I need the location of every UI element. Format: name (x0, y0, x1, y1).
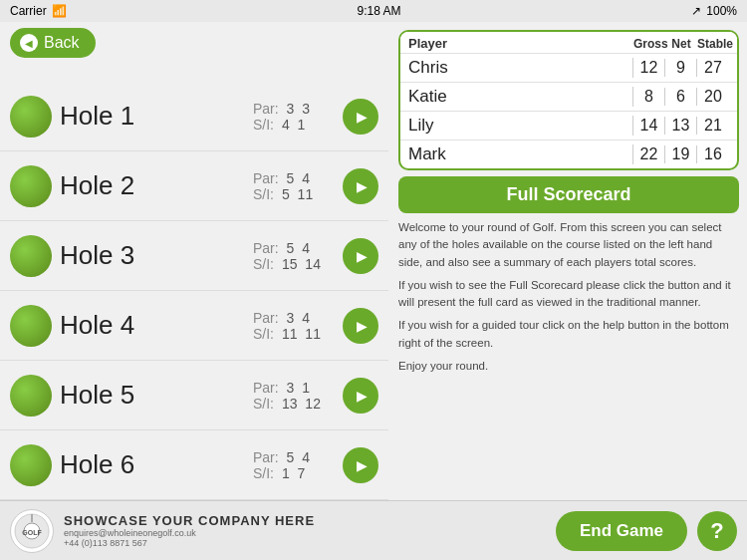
gross-score: 8 (633, 88, 665, 106)
par-label: Par: (253, 449, 279, 465)
par-val1: 5 (283, 449, 295, 465)
stable-score: 27 (697, 59, 729, 77)
si-val2: 11 (294, 186, 313, 202)
hole-ball (10, 444, 52, 486)
player-name: Katie (408, 87, 633, 107)
play-button[interactable] (343, 238, 378, 274)
net-score: 13 (665, 117, 697, 135)
par-row: Par: 3 4 (253, 310, 310, 326)
hole-name: Hole 1 (60, 101, 253, 132)
par-val2: 4 (298, 240, 310, 256)
par-val1: 5 (283, 240, 295, 256)
si-val2: 11 (301, 326, 320, 342)
si-label: S/I: (253, 117, 274, 133)
hole-name: Hole 2 (60, 170, 253, 201)
desc-para1: Welcome to your round of Golf. From this… (398, 219, 739, 271)
si-val1: 4 (278, 117, 290, 133)
hole-item: Hole 1 Par: 3 3 S/I: 4 1 (0, 82, 388, 151)
stable-score: 20 (697, 88, 729, 106)
si-val2: 12 (301, 396, 320, 412)
hole-name: Hole 5 (60, 380, 253, 411)
gross-score: 22 (633, 145, 665, 163)
par-val2: 4 (298, 449, 310, 465)
bottom-right-controls: End Game ? (556, 511, 737, 551)
stable-score: 21 (697, 117, 729, 135)
par-val2: 1 (298, 380, 310, 396)
par-val2: 4 (298, 310, 310, 326)
si-row: S/I: 5 11 (253, 186, 313, 202)
play-button[interactable] (343, 168, 378, 204)
si-label: S/I: (253, 186, 274, 202)
hole-meta: Par: 5 4 S/I: 15 14 (253, 240, 333, 272)
hole-name: Hole 3 (60, 240, 253, 271)
back-chevron-icon (20, 34, 38, 52)
par-label: Par: (253, 101, 279, 117)
hole-meta: Par: 5 4 S/I: 1 7 (253, 449, 333, 481)
par-row: Par: 5 4 (253, 170, 310, 186)
si-val1: 5 (278, 186, 290, 202)
battery-text: 100% (706, 4, 737, 18)
player-name: Lily (408, 116, 633, 136)
si-val1: 13 (278, 396, 297, 412)
si-row: S/I: 4 1 (253, 117, 305, 133)
svg-text:GOLF: GOLF (22, 529, 42, 536)
par-row: Par: 3 1 (253, 380, 310, 396)
hole-ball (10, 165, 52, 207)
status-bar: Carrier 📶 9:18 AM ↗ 100% (0, 0, 747, 22)
gross-score: 14 (633, 117, 665, 135)
scorecard-box: Player Gross Net Stable Chris 12 9 27 Ka… (398, 30, 739, 170)
hole-name: Hole 4 (60, 310, 253, 341)
player-name: Mark (408, 144, 633, 164)
hole-meta: Par: 3 1 S/I: 13 12 (253, 380, 333, 412)
hole-ball (10, 96, 52, 138)
bottom-bar: GOLF SHOWCASE YOUR COMPANY HERE enquires… (0, 500, 747, 560)
par-row: Par: 5 4 (253, 240, 310, 256)
si-row: S/I: 15 14 (253, 256, 321, 272)
hole-item: Hole 3 Par: 5 4 S/I: 15 14 (0, 221, 388, 291)
si-val2: 1 (294, 117, 306, 133)
back-button[interactable]: Back (10, 28, 96, 58)
player-col-header: Player (408, 36, 633, 51)
stable-col-header: Stable (697, 37, 729, 51)
si-label: S/I: (253, 326, 274, 342)
full-scorecard-button[interactable]: Full Scorecard (398, 176, 739, 213)
stable-score: 16 (697, 145, 729, 163)
status-left: Carrier 📶 (10, 4, 67, 18)
hole-meta: Par: 3 3 S/I: 4 1 (253, 101, 333, 133)
hole-name: Hole 6 (60, 449, 253, 480)
player-name: Chris (408, 58, 633, 78)
hole-ball (10, 235, 52, 277)
help-button[interactable]: ? (697, 511, 737, 551)
hole-item: Hole 6 Par: 5 4 S/I: 1 7 (0, 430, 388, 500)
si-val2: 14 (301, 256, 320, 272)
desc-para4: Enjoy your round. (398, 358, 739, 375)
gross-col-header: Gross (633, 37, 665, 51)
status-right: ↗ 100% (691, 4, 737, 18)
par-val1: 3 (283, 380, 295, 396)
net-col-header: Net (665, 37, 697, 51)
desc-para3: If you wish for a guided tour click on t… (398, 317, 739, 352)
play-button[interactable] (343, 447, 378, 483)
par-val2: 4 (298, 170, 310, 186)
scorecard-header: Player Gross Net Stable (400, 32, 737, 53)
par-row: Par: 5 4 (253, 449, 310, 465)
hole-meta: Par: 5 4 S/I: 5 11 (253, 170, 333, 202)
play-button[interactable] (343, 308, 378, 344)
par-label: Par: (253, 380, 279, 396)
wifi-icon: 📶 (52, 4, 67, 18)
si-label: S/I: (253, 396, 274, 412)
si-label: S/I: (253, 465, 274, 481)
par-val1: 5 (283, 170, 295, 186)
si-val1: 1 (278, 465, 290, 481)
si-val2: 7 (294, 465, 306, 481)
scorecard-player-row: Chris 12 9 27 (400, 53, 737, 82)
sponsor-email: enquires@wholeineonegolf.co.uk (64, 528, 315, 538)
desc-para2: If you wish to see the Full Scorecard pl… (398, 277, 739, 312)
play-button[interactable] (343, 99, 378, 135)
play-button[interactable] (343, 378, 378, 414)
si-val1: 15 (278, 256, 297, 272)
scorecard-rows: Chris 12 9 27 Katie 8 6 20 Lily 14 13 21… (400, 53, 737, 168)
par-label: Par: (253, 170, 279, 186)
end-game-button[interactable]: End Game (556, 511, 687, 551)
net-score: 19 (665, 145, 697, 163)
